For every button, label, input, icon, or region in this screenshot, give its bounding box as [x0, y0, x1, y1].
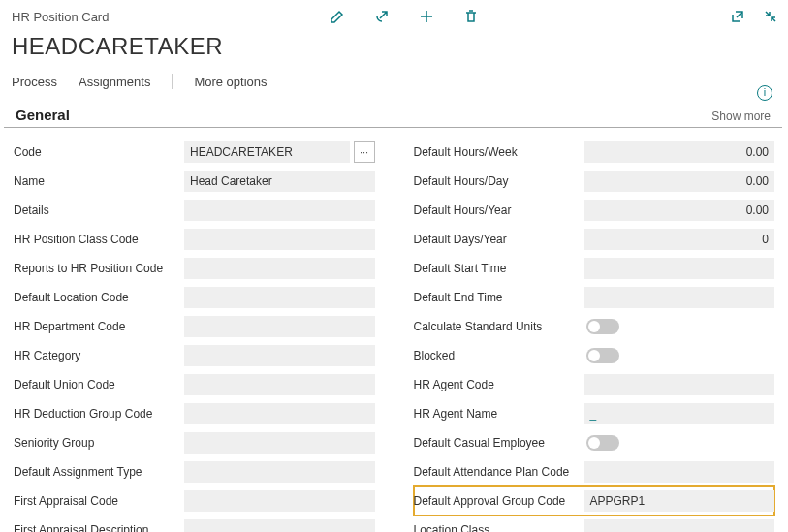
field-attendance-plan[interactable] [584, 461, 775, 483]
share-icon[interactable] [374, 9, 390, 24]
collapse-icon[interactable] [763, 9, 778, 24]
field-code[interactable]: HEADCARETAKER [184, 141, 350, 163]
field-agent-name[interactable]: _ [584, 403, 775, 424]
label-end-time: Default End Time [414, 291, 584, 304]
left-column: Code HEADCARETAKER ··· NameHead Caretake… [14, 138, 375, 532]
field-start-time[interactable] [584, 258, 775, 279]
label-union-code: Default Union Code [14, 378, 184, 391]
window-title: HR Position Card [8, 10, 109, 24]
label-approval-group: Default Approval Group Code [414, 494, 584, 508]
label-appraisal-desc: First Appraisal Description [14, 523, 184, 532]
label-agent-name: HR Agent Name [414, 407, 584, 421]
show-more-link[interactable]: Show more [711, 110, 771, 123]
label-hours-week: Default Hours/Week [414, 145, 584, 159]
separator [172, 74, 173, 89]
label-name: Name [14, 174, 184, 188]
field-appraisal-desc[interactable] [184, 519, 375, 532]
label-assignment-type: Default Assignment Type [14, 465, 184, 479]
page-title: HEADCARETAKER [0, 33, 788, 68]
field-deduction-group[interactable] [184, 403, 375, 424]
toggle-blocked[interactable] [586, 348, 619, 363]
label-appraisal-code: First Appraisal Code [14, 494, 184, 508]
field-end-time[interactable] [584, 287, 775, 308]
field-details[interactable] [184, 200, 375, 221]
field-name[interactable]: Head Caretaker [184, 171, 375, 192]
command-bar: Process Assignments More options [0, 68, 788, 99]
field-approval-group[interactable]: APPGRP1 [584, 490, 775, 512]
label-attendance-plan: Default Attendance Plan Code [414, 465, 584, 479]
label-code: Code [14, 145, 184, 159]
label-details: Details [14, 203, 184, 217]
label-blocked: Blocked [414, 349, 584, 362]
label-department-code: HR Department Code [14, 320, 184, 333]
field-union-code[interactable] [184, 374, 375, 395]
label-casual-employee: Default Casual Employee [414, 436, 584, 450]
action-assignments[interactable]: Assignments [79, 75, 150, 89]
toggle-casual-employee[interactable] [586, 435, 619, 451]
field-location-class[interactable] [584, 519, 775, 532]
field-days-year[interactable]: 0 [584, 229, 775, 250]
action-more-options[interactable]: More options [194, 75, 267, 89]
field-appraisal-code[interactable] [184, 490, 375, 512]
label-location-code: Default Location Code [14, 291, 184, 304]
field-hours-day[interactable]: 0.00 [584, 171, 775, 192]
lookup-code-button[interactable]: ··· [354, 141, 375, 163]
action-process[interactable]: Process [12, 75, 57, 89]
content-scroll[interactable]: General Show more Code HEADCARETAKER ···… [0, 107, 788, 532]
highlighted-approval-group-row: Default Approval Group CodeAPPGRP1 [414, 486, 775, 516]
section-general-title: General [16, 107, 70, 123]
label-hours-year: Default Hours/Year [414, 203, 584, 217]
label-reports-to: Reports to HR Position Code [14, 262, 184, 275]
delete-icon[interactable] [463, 9, 479, 24]
label-hours-day: Default Hours/Day [414, 174, 584, 188]
label-days-year: Default Days/Year [414, 233, 584, 246]
field-department-code[interactable] [184, 316, 375, 337]
right-column: Default Hours/Week0.00 Default Hours/Day… [414, 138, 775, 532]
label-class-code: HR Position Class Code [14, 233, 184, 246]
field-category[interactable] [184, 345, 375, 366]
label-location-class: Location Class [414, 523, 584, 532]
new-icon[interactable] [419, 9, 434, 24]
label-deduction-group: HR Deduction Group Code [14, 407, 184, 421]
field-agent-code[interactable] [584, 374, 775, 395]
label-calc-std-units: Calculate Standard Units [414, 320, 584, 333]
field-location-code[interactable] [184, 287, 375, 308]
field-reports-to[interactable] [184, 258, 375, 279]
field-seniority-group[interactable] [184, 432, 375, 454]
field-assignment-type[interactable] [184, 461, 375, 483]
label-category: HR Category [14, 349, 184, 362]
edit-icon[interactable] [330, 9, 345, 24]
field-hours-week[interactable]: 0.00 [584, 141, 775, 163]
field-hours-year[interactable]: 0.00 [584, 200, 775, 221]
label-start-time: Default Start Time [414, 262, 584, 275]
field-class-code[interactable] [184, 229, 375, 250]
label-agent-code: HR Agent Code [414, 378, 584, 391]
info-icon[interactable]: i [757, 85, 772, 101]
popout-icon[interactable] [730, 9, 745, 24]
toggle-calc-std-units[interactable] [586, 319, 619, 334]
label-seniority-group: Seniority Group [14, 436, 184, 450]
